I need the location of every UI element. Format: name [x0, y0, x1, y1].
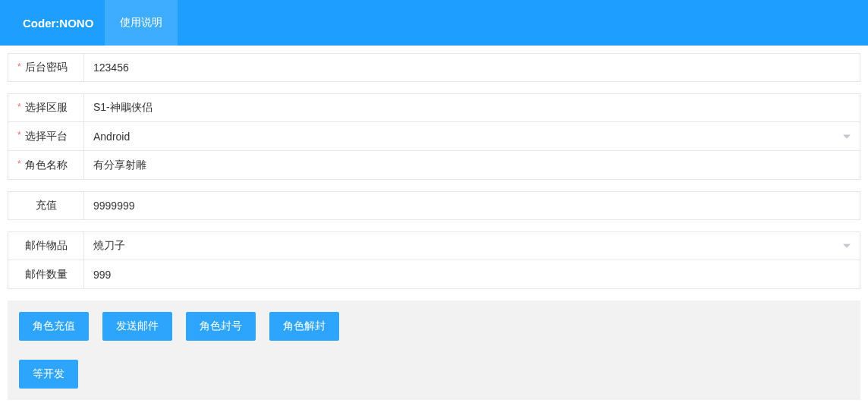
label-password-text: 后台密码 [25, 61, 68, 74]
btn-send-mail[interactable]: 发送邮件 [102, 312, 172, 341]
label-role-text: 角色名称 [25, 159, 68, 172]
button-area: 角色充值 发送邮件 角色封号 角色解封 等开发 [8, 301, 860, 400]
brand-label: Coder:NONO [11, 0, 105, 46]
input-role[interactable] [84, 151, 860, 179]
label-server-text: 选择区服 [25, 101, 68, 115]
row-role: * 角色名称 [8, 151, 860, 180]
row-mailitem: 邮件物品 [8, 231, 860, 260]
label-password: * 后台密码 [8, 54, 84, 81]
row-mailqty: 邮件数量 [8, 260, 860, 289]
tab-help[interactable]: 使用说明 [105, 0, 178, 46]
chevron-down-icon [843, 244, 851, 248]
form-area: * 后台密码 * 选择区服 * 选择平台 [0, 46, 868, 289]
select-platform[interactable] [84, 122, 860, 150]
chevron-down-icon [843, 134, 851, 138]
input-recharge[interactable] [84, 192, 860, 219]
row-recharge: 充值 [8, 191, 860, 220]
label-mailqty-text: 邮件数量 [25, 268, 68, 282]
required-mark: * [17, 159, 21, 169]
btn-role-unban[interactable]: 角色解封 [269, 312, 339, 341]
label-platform: * 选择平台 [8, 122, 84, 150]
required-mark: * [17, 61, 21, 72]
label-server: * 选择区服 [8, 94, 84, 121]
required-mark: * [17, 102, 21, 112]
required-mark: * [17, 130, 21, 140]
top-bar: Coder:NONO 使用说明 [0, 0, 868, 46]
label-mailitem: 邮件物品 [8, 232, 84, 260]
btn-role-recharge[interactable]: 角色充值 [19, 312, 89, 341]
row-password: * 后台密码 [8, 53, 860, 82]
label-recharge: 充值 [8, 192, 84, 219]
btn-pending[interactable]: 等开发 [19, 360, 78, 389]
row-server: * 选择区服 [8, 93, 860, 122]
select-mailitem[interactable] [84, 232, 860, 260]
label-mailitem-text: 邮件物品 [25, 239, 68, 253]
label-recharge-text: 充值 [36, 199, 57, 212]
label-role: * 角色名称 [8, 151, 84, 179]
input-mailqty[interactable] [84, 260, 860, 288]
input-password[interactable] [84, 54, 860, 81]
input-server[interactable] [84, 94, 860, 121]
label-mailqty: 邮件数量 [8, 260, 84, 288]
row-platform: * 选择平台 [8, 122, 860, 151]
btn-role-ban[interactable]: 角色封号 [186, 312, 256, 341]
label-platform-text: 选择平台 [25, 130, 68, 143]
